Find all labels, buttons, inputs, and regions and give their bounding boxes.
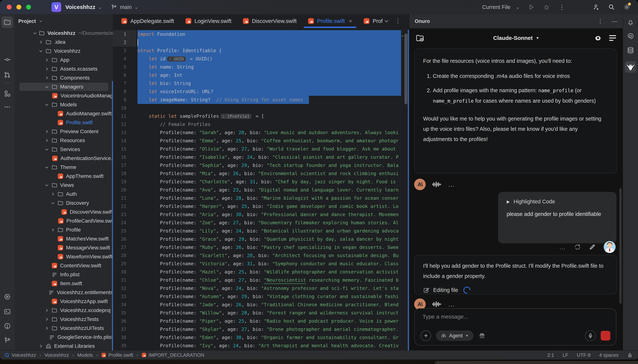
code-line[interactable]: 29 Profile(name: "Victoria", age: 31, bi… — [113, 260, 409, 268]
tool-folder-icon[interactable] — [2, 16, 13, 28]
code-line[interactable]: 9 let imageName: String? // Using String… — [113, 96, 409, 104]
settings-gear-icon[interactable] — [623, 3, 630, 11]
code-line[interactable]: 39 Profile(name: "Ivy", age: 24, bio: "A… — [113, 342, 409, 350]
code-line[interactable]: 15 Profile(name: "Olivia", age: 27, bio:… — [113, 145, 409, 153]
tree-row[interactable]: Voiceshhzz~/Documents/xcod — [15, 29, 113, 38]
tree-row[interactable]: DiscoverView.swift — [15, 208, 113, 216]
code-line[interactable]: 14 Profile(name: "Emma", age: 25, bio: "… — [113, 137, 409, 145]
tree-chevron-down-icon[interactable] — [50, 201, 56, 206]
tree-row[interactable]: Discovery — [15, 198, 113, 208]
code-line[interactable]: 19 Profile(name: "Charlotte", age: 31, b… — [113, 178, 409, 186]
status-item[interactable]: UTF-8 — [577, 352, 591, 358]
code-line[interactable]: 18 Profile(name: "Mia", age: 26, bio: "E… — [113, 170, 409, 178]
breadcrumb-item[interactable]: Profile.swift — [101, 352, 133, 358]
tool-owl-icon[interactable] — [625, 61, 636, 73]
code-line[interactable]: 34 Profile(name: "Jade", age: 26, bio: "… — [113, 301, 409, 309]
tree-chevron-down-icon[interactable] — [44, 84, 50, 89]
tree-row[interactable]: Models — [15, 100, 113, 109]
tree-chevron-right-icon[interactable] — [44, 76, 50, 80]
code-line[interactable]: 25 Profile(name: "Lily", age: 24, bio: "… — [113, 227, 409, 235]
tab-loginview-swift[interactable]: LoginView.swift — [180, 14, 237, 28]
code-line[interactable]: 27 Profile(name: "Ruby", age: 26, bio: "… — [113, 243, 409, 252]
status-item[interactable]: 2:1 — [547, 352, 554, 358]
tree-row[interactable]: Managers — [15, 82, 113, 91]
tree-chevron-down-icon[interactable] — [44, 165, 50, 170]
breadcrumb-item[interactable]: Voiceshhzz — [44, 352, 69, 358]
tool-git-branch-icon[interactable] — [3, 336, 11, 344]
tree-chevron-down-icon[interactable] — [44, 147, 50, 152]
tree-chevron-right-icon[interactable] — [44, 66, 50, 71]
code-line[interactable]: 4 let id: UUID = UUID() — [113, 55, 409, 63]
edit-pencil-icon[interactable] — [589, 244, 595, 250]
minimize-panel-icon[interactable]: — — [611, 18, 617, 25]
tree-row[interactable]: MessageView.swift — [15, 243, 113, 252]
tool-problems-icon[interactable] — [3, 322, 11, 330]
status-item[interactable]: LF — [563, 352, 568, 358]
tab-discoverview-swift[interactable]: DiscoverView.swift — [237, 14, 302, 28]
code-line[interactable]: 5 let name: String — [113, 63, 409, 71]
code-line[interactable]: 22 Profile(name: "Harper", age: 25, bio:… — [113, 202, 409, 210]
code-line[interactable]: 31 Profile(name: "Chloe", age: 27, bio: … — [113, 276, 409, 284]
tree-chevron-right-icon[interactable] — [44, 138, 50, 143]
tree-row[interactable]: MatchesView.swift — [15, 234, 113, 243]
close-window-button[interactable] — [7, 5, 12, 10]
more-options-icon[interactable]: … — [448, 301, 455, 308]
user-message[interactable]: ▶ Highlighted Code please add gender to … — [498, 192, 616, 243]
tree-chevron-down-icon[interactable] — [39, 48, 44, 54]
code-line[interactable]: 13 Profile(name: "Sarah", age: 28, bio: … — [113, 128, 409, 137]
tab-options-icon[interactable]: ⋮ — [395, 18, 401, 24]
code-line[interactable]: 23 Profile(name: "Aria", age: 30, bio: "… — [113, 210, 409, 219]
code-line[interactable]: 12 // Female Profiles — [113, 120, 409, 128]
code-line[interactable]: 32 Profile(name: "Nova", age: 24, bio: "… — [113, 284, 409, 292]
tree-chevron-down-icon[interactable] — [33, 31, 37, 36]
code-line[interactable]: 17 Profile(name: "Sophia", age: 29, bio:… — [113, 161, 409, 170]
tree-row[interactable]: Profile — [15, 226, 113, 234]
more-options-icon[interactable]: … — [448, 181, 455, 188]
attach-button[interactable]: + — [421, 330, 431, 341]
tree-row[interactable]: VoiceshhzzTests — [15, 315, 113, 324]
tree-row[interactable]: Resources — [15, 136, 113, 145]
code-line[interactable]: 1import Foundation — [113, 30, 409, 38]
add-user-button[interactable] — [592, 3, 600, 11]
minimize-window-button[interactable] — [17, 5, 21, 10]
tree-row[interactable]: ProfileCardView.swift — [15, 216, 113, 226]
project-switcher[interactable]: Voiceshhzz — [65, 4, 95, 10]
status-item[interactable]: 4 spaces — [599, 352, 618, 358]
code-line[interactable]: 26 Profile(name: "Grace", age: 29, bio: … — [113, 235, 409, 243]
run-button[interactable] — [528, 3, 535, 11]
tool-terminal-icon[interactable] — [3, 308, 11, 316]
code-line[interactable]: 24 Profile(name: "Zoe", age: 27, bio: "D… — [113, 219, 409, 227]
waveform-icon[interactable] — [432, 300, 442, 308]
code-line[interactable]: 2 — [113, 38, 409, 46]
run-config-selector[interactable]: Current File⌄ — [482, 4, 520, 10]
chat-input[interactable]: Type a message... + Agent ▼ — [414, 308, 616, 346]
waveform-icon[interactable] — [432, 181, 442, 188]
traffic-lights[interactable] — [7, 5, 31, 10]
tree-chevron-down-icon[interactable] — [44, 183, 50, 188]
incognito-icon[interactable] — [478, 332, 486, 339]
tree-chevron-right-icon[interactable] — [39, 40, 44, 44]
tool-run-hexagon-icon[interactable] — [3, 293, 11, 301]
tree-row[interactable]: Voiceshhzz — [15, 46, 113, 56]
tree-chevron-down-icon[interactable] — [44, 102, 50, 107]
tree-row[interactable]: VoiceshhzzUITests — [15, 324, 113, 333]
tree-chevron-right-icon[interactable] — [44, 308, 50, 313]
tree-row[interactable]: AuthenticationService.swift — [15, 154, 113, 163]
code-line[interactable]: 8 let voiceIntroURL: URL? — [113, 88, 409, 96]
tree-chevron-right-icon[interactable] — [50, 192, 56, 196]
code-line[interactable]: 6 let age: Int — [113, 71, 409, 79]
tool-ai-swirl-icon[interactable] — [626, 32, 635, 40]
code-line[interactable]: 35 Profile(name: "Willow", age: 28, bio:… — [113, 309, 409, 317]
tree-row[interactable]: VoiceIntroAudioManager.swift — [15, 91, 113, 100]
tree-row[interactable]: Services — [15, 145, 113, 154]
chat-scrollbar[interactable] — [619, 188, 621, 304]
code-area[interactable]: 5 ⌃⌄ 1import Foundation23struct Profile:… — [113, 28, 409, 350]
code-line[interactable]: 16 Profile(name: "Isabella", age: 24, bi… — [113, 153, 409, 161]
code-line[interactable]: 30 Profile(name: "Hazel", age: 25, bio: … — [113, 268, 409, 276]
code-line[interactable]: 21 Profile(name: "Luna", age: 28, bio: "… — [113, 194, 409, 202]
tool-structure-icon[interactable] — [3, 90, 11, 98]
tree-row[interactable]: External Libraries — [15, 342, 113, 350]
tree-editor-splitter[interactable] — [112, 81, 113, 350]
highlighted-code-toggle[interactable]: ▶ Highlighted Code — [507, 198, 608, 205]
tree-row[interactable]: App — [15, 56, 113, 64]
